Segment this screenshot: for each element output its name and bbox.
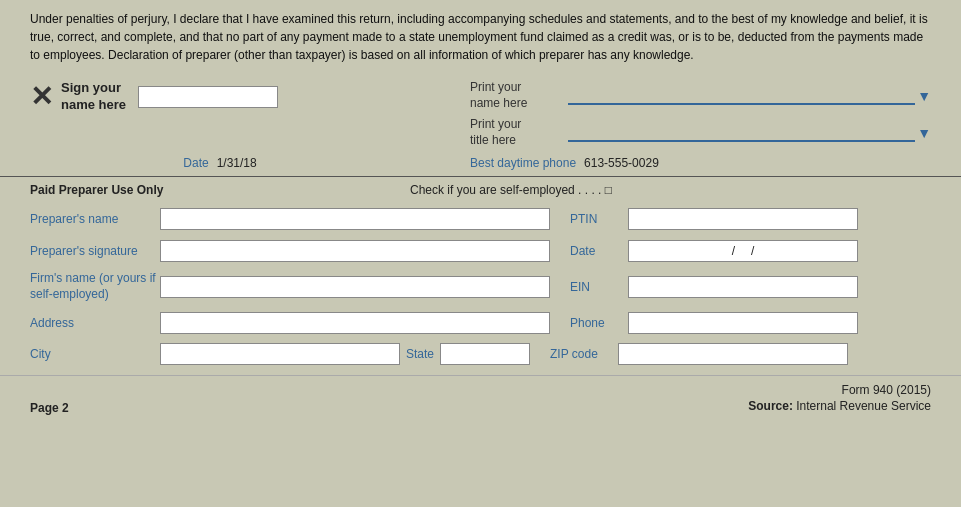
print-title-underline-wrap: ▼ [568,124,931,142]
print-title-underline [568,124,915,142]
date-value: 1/31/18 [217,156,257,170]
date-sep1: / [732,244,735,258]
state-label: State [406,347,434,361]
zip-group: ZIP code [530,343,931,365]
print-name-label: Print yourname here [470,80,560,111]
preparer-form: Preparer's name PTIN Preparer's signatur… [0,203,961,368]
print-name-row: Print yourname here ▼ [470,80,931,111]
perjury-text: Under penalties of perjury, I declare th… [30,10,931,64]
phone-value: 613-555-0029 [584,156,659,170]
sign-left: ✕ Sign yourname here [30,80,410,114]
ein-input[interactable] [628,276,858,298]
print-title-label: Print yourtitle here [470,117,560,148]
phone-section: Best daytime phone 613-555-0029 [410,156,931,170]
firms-name-label: Firm's name (or yours ifself-employed) [30,271,160,302]
date-phone-row: Date 1/31/18 Best daytime phone 613-555-… [0,152,961,176]
city-label: City [30,347,160,361]
print-name-dropdown-icon[interactable]: ▼ [917,88,931,104]
preparers-name-input[interactable] [160,208,550,230]
print-title-dropdown-icon[interactable]: ▼ [917,125,931,141]
city-input[interactable] [160,343,400,365]
print-name-underline [568,87,915,105]
print-title-row: Print yourtitle here ▼ [470,117,931,148]
firms-name-input[interactable] [160,276,550,298]
zip-input[interactable] [618,343,848,365]
signature-input[interactable] [138,86,278,108]
preparer-date-input[interactable]: / / [628,240,858,262]
ptin-label: PTIN [570,212,620,226]
page-number: Page 2 [30,401,69,415]
print-name-underline-wrap: ▼ [568,87,931,105]
date-sep2: / [751,244,754,258]
state-input[interactable] [440,343,530,365]
source-value: Internal Revenue Service [796,399,931,413]
footer: Page 2 Form 940 (2015) Source: Internal … [0,375,961,420]
address-row: Address Phone [30,307,931,339]
ein-group: EIN [550,276,931,298]
address-label: Address [30,316,160,330]
preparers-sig-input[interactable] [160,240,550,262]
preparer-header: Paid Preparer Use Only Check if you are … [0,177,961,203]
preparers-name-label: Preparer's name [30,212,160,226]
self-employed-check: Check if you are self-employed . . . . □ [410,183,931,197]
preparer-phone-input[interactable] [628,312,858,334]
ptin-input[interactable] [628,208,858,230]
preparers-sig-label: Preparer's signature [30,244,160,258]
source-label: Source: [748,399,793,413]
date-section: Date 1/31/18 [30,156,410,170]
signature-row: ✕ Sign yourname here Print yourname here… [0,72,961,152]
form-source: Form 940 (2015) Source: Internal Revenue… [748,382,931,416]
zip-label: ZIP code [550,347,610,361]
address-input[interactable] [160,312,550,334]
preparers-sig-row: Preparer's signature Date / / [30,235,931,267]
phone-label: Best daytime phone [470,156,576,170]
preparers-name-row: Preparer's name PTIN [30,203,931,235]
firms-name-row: Firm's name (or yours ifself-employed) E… [30,267,931,306]
city-row: City State ZIP code [30,339,931,369]
preparer-date-label: Date [570,244,620,258]
form-number: Form 940 (2015) [842,383,931,397]
page-wrapper: Under penalties of perjury, I declare th… [0,0,961,419]
preparer-phone-label: Phone [570,316,620,330]
perjury-section: Under penalties of perjury, I declare th… [0,0,961,72]
phone-group: Phone [550,312,931,334]
ptin-group: PTIN [550,208,931,230]
date-group: Date / / [550,240,931,262]
preparer-title: Paid Preparer Use Only [30,183,410,197]
ein-label: EIN [570,280,620,294]
sign-right: Print yourname here ▼ Print yourtitle he… [410,80,931,148]
date-label: Date [183,156,208,170]
sign-label: Sign yourname here [61,80,126,114]
x-mark: ✕ [30,83,53,111]
